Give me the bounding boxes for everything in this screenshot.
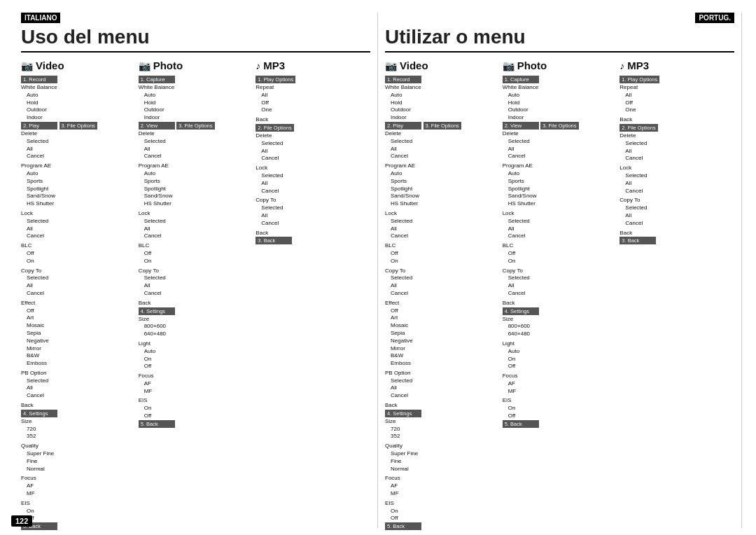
r-photo-back-btn[interactable]: 5. Back: [503, 420, 539, 428]
right-lang-badge: PORTUG.: [695, 13, 734, 23]
photo-icon: 📷: [139, 60, 150, 71]
mp3-icon: ♪: [255, 60, 260, 71]
r-photo-view-btn[interactable]: 2. View: [503, 122, 539, 130]
right-photo-icon: 📷: [503, 60, 514, 71]
left-section: ITALIANO Uso del menu 📷 Video 1. Record …: [14, 13, 378, 528]
r-video-record-btn[interactable]: 1. Record: [385, 76, 421, 83]
right-photo-header: 📷 Photo: [503, 60, 617, 71]
right-mp3-icon: ♪: [620, 60, 624, 71]
mp3-back-btn[interactable]: 3. Back: [255, 237, 292, 244]
photo-file-options-btn[interactable]: 3. File Options: [176, 122, 214, 130]
right-mp3-col: ♪ MP3 1. Play Options Repeat All Off One…: [620, 60, 734, 531]
video-settings-btn[interactable]: 4. Settings: [21, 410, 57, 417]
r-video-play-btn[interactable]: 2. Play: [385, 122, 421, 130]
photo-capture-btn[interactable]: 1. Capture: [139, 76, 175, 83]
video-icon: 📷: [21, 60, 33, 71]
right-title: Utilizar o menu: [385, 26, 734, 53]
left-photo-col: 📷 Photo 1. Capture White Balance Auto Ho…: [139, 60, 253, 531]
right-video-icon: 📷: [385, 60, 397, 71]
mp3-file-options-btn[interactable]: 2. File Options: [255, 124, 293, 132]
right-video-header: 📷 Video: [385, 60, 500, 71]
r-mp3-file-options-btn[interactable]: 2. File Options: [620, 124, 657, 132]
r-photo-capture-btn[interactable]: 1. Capture: [503, 76, 539, 83]
right-section: PORTUG. Utilizar o menu 📷 Video 1. Recor…: [378, 13, 742, 528]
photo-settings-btn[interactable]: 4. Settings: [139, 307, 175, 315]
left-title: Uso del menu: [21, 26, 370, 53]
left-mp3-col: ♪ MP3 1. Play Options Repeat All Off One…: [255, 60, 370, 531]
left-photo-header: 📷 Photo: [139, 60, 253, 71]
r-video-file-options-btn[interactable]: 3. File Options: [424, 122, 461, 130]
right-photo-col: 📷 Photo 1. Capture White Balance Auto Ho…: [503, 60, 617, 531]
r-video-settings-btn[interactable]: 4. Settings: [385, 410, 421, 417]
left-columns: 📷 Video 1. Record White Balance Auto Hol…: [21, 60, 370, 531]
right-columns: 📷 Video 1. Record White Balance Auto Hol…: [385, 60, 734, 531]
video-file-options-btn[interactable]: 3. File Options: [59, 122, 97, 130]
r-photo-settings-btn[interactable]: 4. Settings: [503, 307, 539, 315]
video-record-btn[interactable]: 1. Record: [21, 76, 57, 83]
right-mp3-header: ♪ MP3: [620, 60, 734, 71]
page-number: 122: [11, 515, 32, 527]
photo-view-btn[interactable]: 2. View: [139, 122, 175, 130]
r-mp3-back-btn[interactable]: 3. Back: [620, 237, 656, 244]
r-mp3-play-options-btn[interactable]: 1. Play Options: [620, 76, 659, 83]
right-video-col: 📷 Video 1. Record White Balance Auto Hol…: [385, 60, 500, 531]
video-play-btn[interactable]: 2. Play: [21, 122, 57, 130]
left-video-header: 📷 Video: [21, 60, 136, 71]
r-video-back-btn[interactable]: 5. Back: [385, 522, 421, 530]
photo-back-btn[interactable]: 5. Back: [139, 420, 175, 428]
mp3-play-options-btn[interactable]: 1. Play Options: [255, 76, 295, 83]
r-photo-file-options-btn[interactable]: 3. File Options: [540, 122, 578, 130]
left-mp3-header: ♪ MP3: [255, 60, 370, 71]
left-lang-badge: ITALIANO: [21, 13, 60, 23]
left-video-col: 📷 Video 1. Record White Balance Auto Hol…: [21, 60, 136, 531]
